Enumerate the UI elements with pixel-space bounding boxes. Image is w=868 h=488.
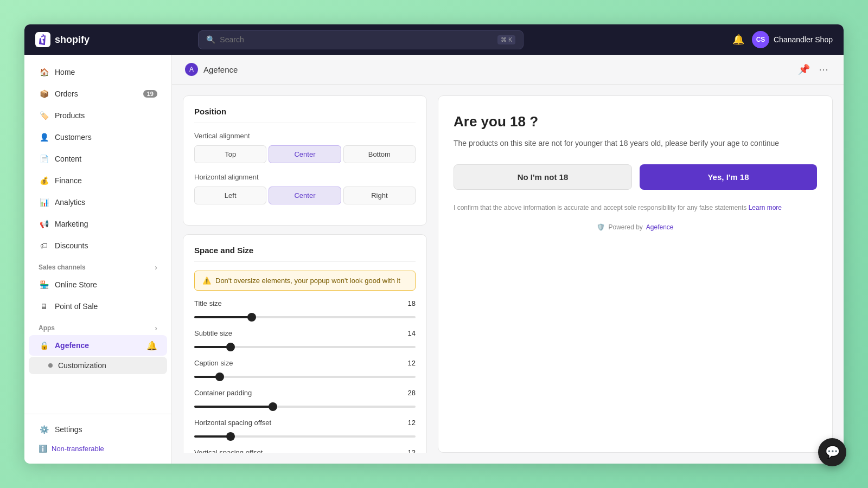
sidebar-label-orders: Orders <box>55 89 78 98</box>
space-size-card-title: Space and Size <box>194 246 416 262</box>
sidebar-label-customization: Customization <box>58 361 106 370</box>
vertical-center-button[interactable]: Center <box>269 145 341 163</box>
shield-icon: 🛡️ <box>597 223 605 231</box>
content-body: Position Vertical alignment Top Center B… <box>172 85 844 464</box>
subtitle-size-slider-row: Subtitle size 14 <box>194 329 416 350</box>
sidebar-label-pos: Point of Sale <box>55 302 98 311</box>
settings-icon: ⚙️ <box>39 424 49 435</box>
chat-fab-icon: 💬 <box>825 445 840 459</box>
agefence-bell-icon[interactable]: 🔔 <box>146 341 157 351</box>
warning-bar: ⚠️ Don't oversize elements, your popup w… <box>194 271 416 291</box>
yes-button[interactable]: Yes, I'm 18 <box>640 164 817 190</box>
search-input[interactable] <box>220 35 493 44</box>
pos-icon: 🖥 <box>39 301 49 312</box>
sidebar-label-settings: Settings <box>55 425 82 434</box>
sidebar-item-settings[interactable]: ⚙️ Settings <box>29 419 167 440</box>
preview-card: Are you 18 ? The products on this site a… <box>438 95 833 453</box>
subtitle-size-slider[interactable] <box>194 346 416 348</box>
title-size-slider[interactable] <box>194 316 416 318</box>
horizontal-spacing-slider-row: Horizontal spacing offset 12 <box>194 419 416 440</box>
vertical-alignment-label: Vertical alignment <box>194 132 416 140</box>
warning-text: Don't oversize elements, your popup won'… <box>215 277 400 285</box>
sidebar-item-discounts[interactable]: 🏷 Discounts <box>29 235 167 256</box>
content-header: A Agefence 📌 ⋯ <box>172 55 844 85</box>
topbar: shopify 🔍 ⌘ K 🔔 CS Chanandler Shop <box>24 24 844 55</box>
caption-size-label: Caption size <box>194 359 233 367</box>
agefence-icon: 🔒 <box>39 340 49 351</box>
more-button[interactable]: ⋯ <box>816 61 831 78</box>
content-icon: 📄 <box>39 153 49 164</box>
sidebar-label-agefence: Agefence <box>55 341 89 350</box>
caption-size-slider[interactable] <box>194 376 416 378</box>
user-menu[interactable]: CS Chanandler Shop <box>752 31 833 48</box>
vertical-spacing-slider-row: Vertical spacing offset 12 <box>194 448 416 453</box>
search-shortcut: ⌘ K <box>497 35 515 44</box>
horizontal-left-button[interactable]: Left <box>194 187 266 204</box>
sidebar-item-online-store[interactable]: 🏪 Online Store <box>29 274 167 295</box>
non-transferable-notice: ℹ️ Non-transferable <box>24 440 171 457</box>
caption-size-value: 12 <box>408 359 416 367</box>
page-title: Agefence <box>203 65 238 74</box>
preview-panel: Are you 18 ? The products on this site a… <box>438 95 833 453</box>
container-padding-slider-row: Container padding 28 <box>194 389 416 410</box>
sidebar-item-customers[interactable]: 👤 Customers <box>29 127 167 147</box>
info-icon: ℹ️ <box>39 445 47 453</box>
warning-icon: ⚠️ <box>202 277 211 285</box>
horizontal-spacing-slider[interactable] <box>194 435 416 438</box>
container-padding-slider[interactable] <box>194 406 416 408</box>
horizontal-right-button[interactable]: Right <box>343 187 416 204</box>
chat-fab-button[interactable]: 💬 <box>818 438 846 466</box>
orders-icon: 📦 <box>39 88 49 99</box>
sidebar-item-products[interactable]: 🏷️ Products <box>29 105 167 126</box>
topbar-search: 🔍 ⌘ K <box>198 30 524 49</box>
sidebar-item-marketing[interactable]: 📢 Marketing <box>29 214 167 234</box>
sales-channels-chevron-icon[interactable]: › <box>155 263 157 272</box>
sidebar-label-customers: Customers <box>55 133 92 142</box>
discounts-icon: 🏷 <box>39 240 49 251</box>
customers-icon: 👤 <box>39 132 49 143</box>
title-size-label: Title size <box>194 299 222 307</box>
main-layout: 🏠 Home 📦 Orders 19 🏷️ Products 👤 Custome… <box>24 55 844 464</box>
sidebar-item-orders[interactable]: 📦 Orders 19 <box>29 84 167 104</box>
vertical-top-button[interactable]: Top <box>194 145 266 163</box>
topbar-right: 🔔 CS Chanandler Shop <box>732 31 833 48</box>
topbar-logo-text: shopify <box>55 34 90 46</box>
apps-chevron-icon[interactable]: › <box>155 324 157 332</box>
horizontal-spacing-value: 12 <box>408 419 416 427</box>
home-icon: 🏠 <box>39 67 49 78</box>
products-icon: 🏷️ <box>39 110 49 121</box>
horizontal-alignment-buttons: Left Center Right <box>194 187 416 204</box>
vertical-spacing-label: Vertical spacing offset <box>194 448 263 453</box>
sidebar-label-online-store: Online Store <box>55 280 97 289</box>
sidebar-item-agefence[interactable]: 🔒 Agefence 🔔 <box>29 335 167 356</box>
search-box[interactable]: 🔍 ⌘ K <box>198 30 524 49</box>
sidebar-item-home[interactable]: 🏠 Home <box>29 62 167 82</box>
sidebar-item-finance[interactable]: 💰 Finance <box>29 170 167 191</box>
subtitle-size-label: Subtitle size <box>194 329 232 337</box>
title-size-value: 18 <box>408 299 416 307</box>
vertical-bottom-button[interactable]: Bottom <box>343 145 416 163</box>
title-size-slider-row: Title size 18 <box>194 299 416 320</box>
powered-by-link[interactable]: Agefence <box>646 223 674 231</box>
no-button[interactable]: No I'm not 18 <box>454 164 632 190</box>
sales-channels-section: Sales channels › <box>24 256 171 274</box>
non-transferable-label: Non-transferable <box>52 445 104 453</box>
notification-bell-icon[interactable]: 🔔 <box>732 34 744 46</box>
preview-heading: Are you 18 ? <box>454 113 817 130</box>
sidebar-item-analytics[interactable]: 📊 Analytics <box>29 192 167 213</box>
vertical-alignment-buttons: Top Center Bottom <box>194 145 416 163</box>
horizontal-center-button[interactable]: Center <box>269 187 341 204</box>
pin-button[interactable]: 📌 <box>796 61 812 78</box>
sidebar-item-point-of-sale[interactable]: 🖥 Point of Sale <box>29 296 167 317</box>
sidebar-label-marketing: Marketing <box>55 220 88 228</box>
disclaimer-text: I confirm that the above information is … <box>454 204 746 211</box>
sidebar-item-customization[interactable]: Customization <box>29 357 167 374</box>
app-shell: shopify 🔍 ⌘ K 🔔 CS Chanandler Shop 🏠 Hom… <box>24 24 844 464</box>
sidebar: 🏠 Home 📦 Orders 19 🏷️ Products 👤 Custome… <box>24 55 172 464</box>
apps-label: Apps <box>39 324 55 332</box>
customization-dot-icon <box>48 363 53 368</box>
learn-more-link[interactable]: Learn more <box>749 204 782 211</box>
sidebar-item-content[interactable]: 📄 Content <box>29 149 167 169</box>
sidebar-bottom: ⚙️ Settings ℹ️ Non-transferable <box>24 414 171 457</box>
search-icon: 🔍 <box>206 35 215 44</box>
